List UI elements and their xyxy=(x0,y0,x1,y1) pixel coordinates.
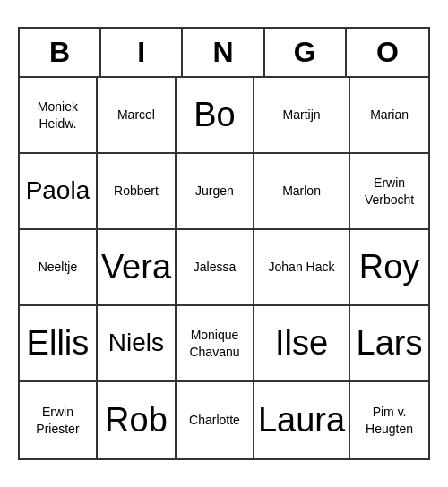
bingo-cell: Vera xyxy=(98,230,177,306)
bingo-cell: Paola xyxy=(20,154,98,230)
cell-text: Bo xyxy=(194,93,235,137)
bingo-cell: Johan Hack xyxy=(254,230,350,306)
cell-text: Jurgen xyxy=(195,183,234,199)
cell-text: Pim v. Heugten xyxy=(354,404,425,436)
bingo-cell: Marlon xyxy=(254,154,350,230)
cell-text: Paola xyxy=(26,175,90,207)
bingo-header: BINGO xyxy=(20,29,428,78)
bingo-cell: Martijn xyxy=(254,78,350,154)
bingo-cell: Bo xyxy=(177,78,254,154)
cell-text: Laura xyxy=(258,398,345,442)
cell-text: Rob xyxy=(105,398,168,442)
header-letter: O xyxy=(347,29,428,76)
cell-text: Moniek Heidw. xyxy=(23,98,92,131)
header-letter: I xyxy=(101,29,183,76)
bingo-cell: Roy xyxy=(350,230,428,306)
bingo-cell: Erwin Priester xyxy=(20,382,98,458)
bingo-card: BINGO Moniek Heidw.MarcelBoMartijnMarian… xyxy=(18,27,430,460)
cell-text: Marlon xyxy=(282,183,321,199)
cell-text: Ilse xyxy=(275,321,328,365)
bingo-cell: Neeltje xyxy=(20,230,98,306)
bingo-cell: Lars xyxy=(350,306,428,382)
bingo-cell: Moniek Heidw. xyxy=(20,78,98,154)
bingo-cell: Pim v. Heugten xyxy=(350,382,428,458)
cell-text: Ellis xyxy=(27,321,90,365)
bingo-cell: Marian xyxy=(350,78,428,154)
bingo-cell: Marcel xyxy=(98,78,177,154)
cell-text: Marian xyxy=(370,107,409,123)
cell-text: Robbert xyxy=(114,183,159,199)
cell-text: Niels xyxy=(108,327,164,359)
header-letter: N xyxy=(183,29,264,76)
cell-text: Erwin Priester xyxy=(23,404,92,436)
bingo-cell: Laura xyxy=(254,382,350,458)
bingo-grid: Moniek Heidw.MarcelBoMartijnMarianPaolaR… xyxy=(20,78,428,458)
cell-text: Erwin Verbocht xyxy=(354,175,425,207)
cell-text: Roy xyxy=(359,245,420,289)
bingo-cell: Niels xyxy=(98,306,177,382)
header-letter: B xyxy=(20,29,101,76)
bingo-cell: Charlotte xyxy=(177,382,254,458)
cell-text: Lars xyxy=(357,321,423,365)
bingo-cell: Ilse xyxy=(254,306,350,382)
header-letter: G xyxy=(265,29,347,76)
bingo-cell: Ellis xyxy=(20,306,98,382)
cell-text: Vera xyxy=(101,245,171,289)
cell-text: Martijn xyxy=(283,107,321,123)
bingo-cell: Jalessa xyxy=(177,230,254,306)
cell-text: Marcel xyxy=(117,107,155,123)
cell-text: Neeltje xyxy=(39,259,78,275)
cell-text: Monique Chavanu xyxy=(180,327,249,359)
bingo-cell: Rob xyxy=(98,382,177,458)
bingo-cell: Monique Chavanu xyxy=(177,306,254,382)
cell-text: Jalessa xyxy=(194,259,236,275)
bingo-cell: Jurgen xyxy=(177,154,254,230)
bingo-cell: Robbert xyxy=(98,154,177,230)
bingo-cell: Erwin Verbocht xyxy=(350,154,428,230)
cell-text: Johan Hack xyxy=(269,259,335,275)
cell-text: Charlotte xyxy=(189,412,240,428)
